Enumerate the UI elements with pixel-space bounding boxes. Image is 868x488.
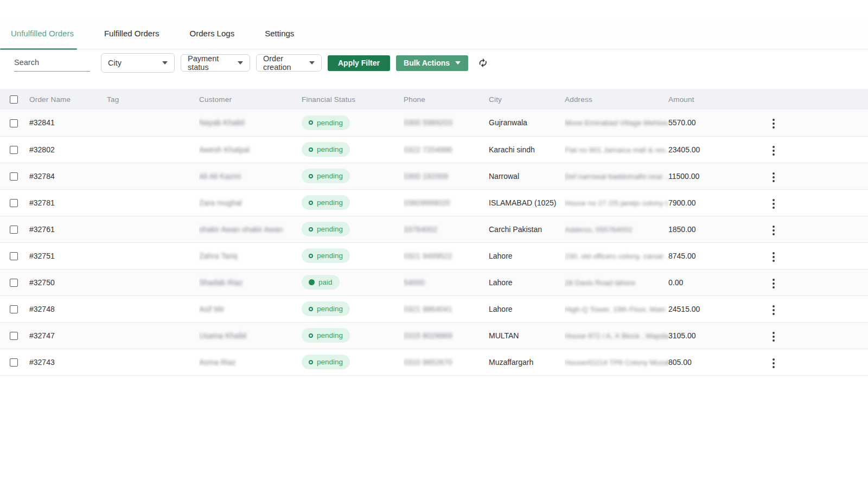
- phone-cell: 03609999020: [404, 189, 489, 216]
- status-badge: pending: [302, 248, 350, 263]
- row-checkbox[interactable]: [10, 305, 18, 313]
- row-checkbox[interactable]: [10, 332, 18, 340]
- bulk-actions-label: Bulk Actions: [404, 59, 450, 67]
- customer-cell: Shadab Riaz: [199, 269, 302, 296]
- financial-status-cell: pending: [302, 322, 404, 349]
- city-dropdown[interactable]: City: [101, 53, 175, 73]
- status-dot-icon: [309, 201, 313, 205]
- city-cell: Gujranwala: [489, 110, 565, 136]
- city-cell: Lahore: [489, 269, 565, 296]
- address-cell: House no 27 /25 janejo colony t...: [565, 189, 668, 216]
- row-checkbox[interactable]: [10, 172, 18, 181]
- kebab-menu-icon[interactable]: [769, 249, 778, 265]
- search-input[interactable]: [14, 55, 90, 71]
- tab-unfulfilled-orders[interactable]: Unfulfilled Orders: [11, 29, 74, 38]
- city-cell: MULTAN: [489, 322, 565, 349]
- row-checkbox[interactable]: [10, 226, 18, 234]
- table-header-row: Order Name Tag Customer Financial Status…: [0, 89, 868, 110]
- table-row: #32748 Asif Mir pending 0321 9864041 Lah…: [0, 296, 868, 322]
- chevron-down-icon: [162, 61, 168, 65]
- status-label: pending: [317, 331, 343, 339]
- phone-cell: 0315 8028869: [404, 322, 489, 349]
- filter-bar: City Payment status Order creation Apply…: [0, 49, 868, 76]
- tab-settings[interactable]: Settings: [265, 29, 294, 38]
- customer-cell: Ali Ali Kazmi: [199, 163, 302, 189]
- column-header-amount: Amount: [668, 89, 756, 110]
- status-label: paid: [318, 278, 333, 286]
- kebab-menu-icon[interactable]: [769, 116, 778, 131]
- table-body: #32841 Nayab Khalid pending 0300 5989203…: [0, 110, 868, 375]
- amount-cell: 24515.00: [668, 296, 756, 322]
- status-badge: pending: [302, 195, 350, 210]
- table-row: #32750 Shadab Riaz paid 54000 Lahore 28 …: [0, 269, 868, 296]
- table-row: #32747 Usama Khalid pending 0315 8028869…: [0, 322, 868, 349]
- bulk-actions-button[interactable]: Bulk Actions: [396, 55, 468, 71]
- customer-cell: Asma Riaz: [199, 349, 302, 375]
- select-all-checkbox[interactable]: [10, 95, 18, 104]
- city-cell: Muzaffargarh: [489, 349, 565, 375]
- order-creation-dropdown[interactable]: Order creation: [256, 54, 322, 72]
- kebab-menu-icon[interactable]: [769, 356, 778, 371]
- amount-cell: 805.00: [668, 349, 756, 375]
- top-spacer: [0, 0, 868, 17]
- status-label: pending: [317, 172, 343, 180]
- row-checkbox[interactable]: [10, 252, 18, 260]
- row-checkbox[interactable]: [10, 279, 18, 287]
- tab-fulfilled-orders[interactable]: Fulfilled Orders: [104, 29, 159, 38]
- order-name-cell: #32841: [29, 110, 107, 136]
- financial-status-cell: pending: [302, 136, 404, 163]
- financial-status-cell: pending: [302, 296, 404, 322]
- tag-cell: [107, 242, 199, 269]
- customer-cell: Awesh Khatpal: [199, 136, 302, 163]
- status-dot-icon: [309, 120, 313, 125]
- city-cell: Lahore: [489, 296, 565, 322]
- phone-cell: 0300 192009: [404, 163, 489, 189]
- row-checkbox[interactable]: [10, 199, 18, 207]
- column-header-tag: Tag: [107, 89, 199, 110]
- row-checkbox[interactable]: [10, 358, 18, 367]
- tag-cell: [107, 322, 199, 349]
- amount-cell: 3105.00: [668, 322, 756, 349]
- status-label: pending: [317, 145, 343, 153]
- kebab-menu-icon[interactable]: [769, 329, 778, 344]
- kebab-menu-icon[interactable]: [769, 303, 778, 318]
- kebab-menu-icon[interactable]: [769, 143, 778, 158]
- tag-cell: [107, 216, 199, 242]
- status-badge: paid: [302, 275, 340, 290]
- refresh-icon[interactable]: [476, 56, 489, 69]
- status-label: pending: [317, 119, 343, 127]
- amount-cell: 1850.00: [668, 216, 756, 242]
- address-cell: Def narrowal baddomalhi near ...: [565, 163, 668, 189]
- kebab-menu-icon[interactable]: [769, 276, 778, 291]
- column-header-city: City: [489, 89, 565, 110]
- row-checkbox[interactable]: [10, 146, 18, 154]
- amount-cell: 8745.00: [668, 242, 756, 269]
- kebab-menu-icon[interactable]: [769, 170, 778, 185]
- city-cell: Narrowal: [489, 163, 565, 189]
- chevron-down-icon: [309, 61, 315, 65]
- order-name-cell: #32751: [29, 242, 107, 269]
- tab-orders-logs[interactable]: Orders Logs: [190, 29, 235, 38]
- tab-bar: Unfulfilled Orders Fulfilled Orders Orde…: [0, 17, 868, 49]
- address-cell: 28 Davis Road lahore: [565, 269, 668, 296]
- address-cell: House 972 / A, X Block , Wapda...: [565, 322, 668, 349]
- table-row: #32781 Zara mughal pending 03609999020 I…: [0, 189, 868, 216]
- phone-cell: 0321 9864041: [404, 296, 489, 322]
- column-header-financial-status: Financial Status: [302, 89, 404, 110]
- kebab-menu-icon[interactable]: [769, 196, 778, 211]
- status-label: pending: [317, 358, 343, 366]
- apply-filter-button[interactable]: Apply Filter: [328, 55, 390, 71]
- status-badge: pending: [302, 355, 350, 369]
- status-badge: pending: [302, 169, 350, 183]
- kebab-menu-icon[interactable]: [769, 223, 778, 238]
- row-checkbox[interactable]: [10, 119, 18, 127]
- status-badge: pending: [302, 328, 350, 343]
- orders-table: Order Name Tag Customer Financial Status…: [0, 89, 868, 376]
- address-cell: House#D214 TP6 Colony Muzaff...: [565, 349, 668, 375]
- column-header-phone: Phone: [404, 89, 489, 110]
- table-row: #32761 shakir Awan shakir Awan pending 3…: [0, 216, 868, 242]
- payment-status-dropdown[interactable]: Payment status: [181, 54, 250, 72]
- status-dot-icon: [309, 360, 313, 364]
- financial-status-cell: pending: [302, 163, 404, 189]
- status-dot-icon: [309, 333, 313, 338]
